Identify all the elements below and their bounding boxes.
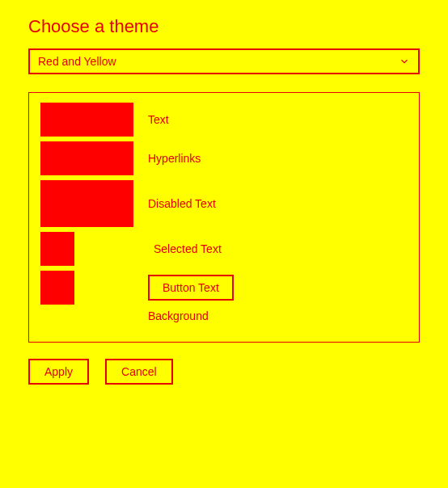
preview-row-disabled: Disabled Text [40, 180, 408, 227]
selected-label: Selected Text [154, 242, 222, 255]
cancel-button[interactable]: Cancel [105, 359, 173, 385]
selected-color-swatch[interactable] [40, 232, 74, 266]
preview-row-button: Button Text [40, 271, 408, 305]
preview-row-text: Text [40, 103, 408, 137]
disabled-color-swatch[interactable] [40, 180, 133, 227]
preview-row-background: Background [40, 309, 408, 322]
hyperlinks-color-swatch[interactable] [40, 141, 133, 175]
page-title: Choose a theme [28, 16, 420, 37]
theme-dropdown-value: Red and Yellow [38, 55, 116, 68]
theme-dropdown[interactable]: Red and Yellow [28, 48, 420, 74]
theme-preview-panel: Text Hyperlinks Disabled Text Selected T… [28, 92, 420, 343]
button-color-swatch[interactable] [40, 271, 74, 305]
button-text-sample: Button Text [148, 275, 234, 301]
background-label: Background [148, 309, 209, 322]
apply-button[interactable]: Apply [28, 359, 89, 385]
action-buttons: Apply Cancel [28, 359, 420, 385]
chevron-down-icon [399, 56, 410, 67]
preview-row-selected: Selected Text [40, 232, 408, 266]
disabled-label: Disabled Text [148, 197, 216, 210]
text-color-swatch[interactable] [40, 103, 133, 137]
text-label: Text [148, 113, 169, 126]
preview-row-hyperlinks: Hyperlinks [40, 141, 408, 175]
hyperlinks-label: Hyperlinks [148, 152, 201, 165]
